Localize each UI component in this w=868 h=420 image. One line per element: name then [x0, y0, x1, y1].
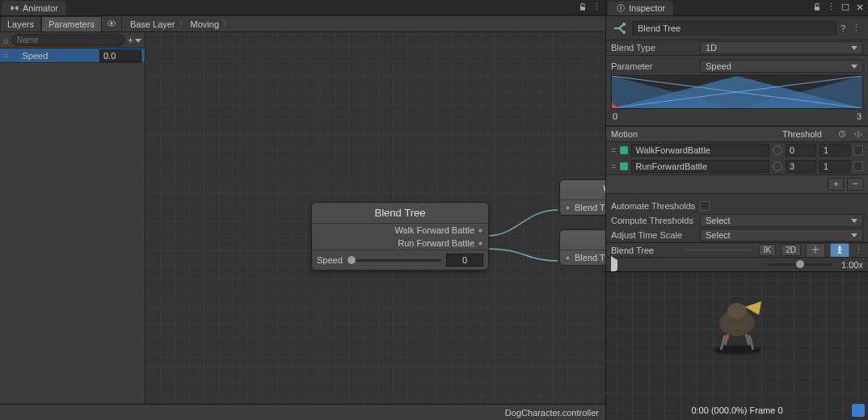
maximize-icon[interactable]	[841, 2, 850, 12]
inspector-tab[interactable]: Inspector	[608, 1, 673, 15]
blend-tree-icon	[611, 19, 629, 37]
parameter-value-input[interactable]	[99, 49, 141, 62]
chevron-down-icon	[851, 233, 857, 237]
parameter-name: Speed	[12, 51, 99, 61]
inspector-tab-label: Inspector	[629, 3, 665, 13]
adjust-label: Adjust Time Scale	[611, 230, 700, 240]
node-output-label: Walk Forward Battle	[394, 225, 474, 235]
adjust-timescale-dropdown[interactable]: Select	[700, 229, 863, 242]
avatar-icon	[835, 245, 845, 254]
blend-tree-node[interactable]: Blend Tree Walk Forward Battle Run Forwa…	[311, 202, 489, 271]
node-sub-label: Blend Tree	[575, 203, 605, 212]
preview-model	[701, 287, 773, 359]
mirror-icon	[853, 129, 863, 139]
pivot-icon	[811, 245, 820, 254]
svg-point-11	[622, 31, 626, 34]
node-title: RunForwardBattle	[560, 230, 605, 250]
input-port[interactable]	[565, 255, 571, 261]
svg-point-19	[713, 345, 761, 355]
svg-rect-9	[842, 4, 849, 10]
svg-point-10	[622, 23, 626, 26]
mirror-checkbox[interactable]	[853, 145, 863, 155]
lock-open-icon[interactable]	[812, 2, 822, 12]
add-motion-button[interactable]: ＋	[828, 178, 844, 191]
parameter-dropdown[interactable]: Speed	[700, 60, 863, 73]
motion-col-header: Motion	[611, 129, 782, 139]
parameters-tab[interactable]: Parameters	[41, 16, 102, 32]
input-port[interactable]	[565, 205, 571, 211]
remove-motion-button[interactable]: −	[847, 178, 863, 191]
svg-rect-2	[580, 6, 585, 10]
playback-speed-slider[interactable]	[767, 263, 832, 266]
parameter-label: Parameter	[611, 61, 700, 71]
kebab-icon[interactable]: ⋮	[849, 23, 863, 33]
compute-thresholds-dropdown[interactable]: Select	[700, 214, 863, 227]
info-icon	[616, 3, 626, 13]
2d-toggle[interactable]: 2D	[781, 244, 801, 256]
ik-toggle[interactable]: IK	[759, 244, 776, 256]
breadcrumb[interactable]: Base Layer 〉 Moving 〉	[130, 18, 231, 30]
automate-label: Automate Thresholds	[611, 201, 700, 211]
kebab-icon[interactable]: ⋮	[854, 245, 863, 255]
asset-name-input[interactable]	[632, 21, 836, 36]
breadcrumb-1[interactable]: Moving	[191, 19, 219, 29]
object-picker-icon[interactable]	[773, 145, 782, 155]
pivot-toggle[interactable]	[806, 243, 825, 258]
svg-point-18	[839, 246, 841, 248]
timescale-icon	[837, 129, 847, 139]
layers-tab[interactable]: Layers	[0, 16, 41, 32]
timescale-input[interactable]	[820, 160, 850, 173]
threshold-input[interactable]	[786, 144, 816, 157]
chevron-down-icon	[851, 46, 857, 50]
motion-clip-icon	[620, 162, 628, 170]
parameter-row[interactable]: = Speed	[0, 48, 145, 63]
controller-path: DogCharacter.controller	[505, 408, 599, 418]
speed-value-input[interactable]	[446, 254, 483, 267]
timescale-input[interactable]	[820, 144, 850, 157]
animator-tab[interactable]: Animator	[2, 1, 66, 15]
close-icon[interactable]	[855, 2, 865, 12]
mirror-checkbox[interactable]	[853, 162, 863, 171]
play-button[interactable]	[611, 260, 617, 270]
svg-point-21	[727, 303, 747, 319]
motion-clip-icon	[620, 146, 628, 154]
svg-point-22	[726, 335, 729, 338]
speed-slider[interactable]	[348, 259, 441, 262]
svg-rect-6	[620, 7, 622, 10]
preview-viewport[interactable]: 0:00 (000.0%) Frame 0	[606, 271, 868, 420]
frame-label: 0:00 (000.0%) Frame 0	[606, 405, 868, 415]
blend-graph[interactable]	[611, 75, 863, 109]
drag-handle-icon[interactable]: =	[0, 51, 12, 61]
output-port[interactable]	[478, 241, 483, 246]
visibility-icon[interactable]	[107, 19, 116, 30]
graph-canvas[interactable]: Blend Tree Walk Forward Battle Run Forwa…	[145, 32, 605, 404]
param-search-input[interactable]	[11, 34, 125, 46]
tag-icon[interactable]	[852, 404, 865, 417]
motion-node[interactable]: WalkForwardBattle Blend Tree	[559, 179, 605, 216]
slider-label: Speed	[317, 255, 343, 265]
motion-name: RunForwardBattle	[631, 160, 769, 173]
help-icon[interactable]: ?	[836, 23, 849, 33]
lock-open-icon[interactable]	[578, 2, 588, 12]
svg-rect-8	[815, 6, 820, 10]
node-output-label: Run Forward Battle	[398, 238, 474, 248]
motion-node[interactable]: RunForwardBattle Blend Tree	[559, 229, 605, 266]
breadcrumb-0[interactable]: Base Layer	[130, 19, 175, 29]
motion-list-row[interactable]: = RunForwardBattle	[606, 158, 868, 174]
object-picker-icon[interactable]	[773, 162, 782, 171]
kebab-icon[interactable]: ⋮	[827, 2, 836, 12]
avatar-toggle[interactable]	[830, 243, 849, 258]
motion-list-row[interactable]: = WalkForwardBattle	[606, 142, 868, 158]
drag-handle-icon[interactable]: =	[611, 162, 617, 171]
add-parameter-button[interactable]: ＋	[125, 34, 141, 46]
threshold-input[interactable]	[786, 160, 816, 173]
kebab-icon[interactable]: ⋮	[592, 2, 602, 12]
drag-handle-icon[interactable]: =	[611, 145, 617, 155]
status-bar: DogCharacter.controller	[0, 404, 605, 420]
animator-icon	[10, 3, 19, 13]
blend-type-label: Blend Type	[611, 43, 700, 52]
automate-checkbox[interactable]	[700, 201, 710, 211]
blend-type-dropdown[interactable]: 1D	[700, 41, 863, 54]
chevron-down-icon	[851, 219, 857, 223]
output-port[interactable]	[478, 228, 483, 233]
